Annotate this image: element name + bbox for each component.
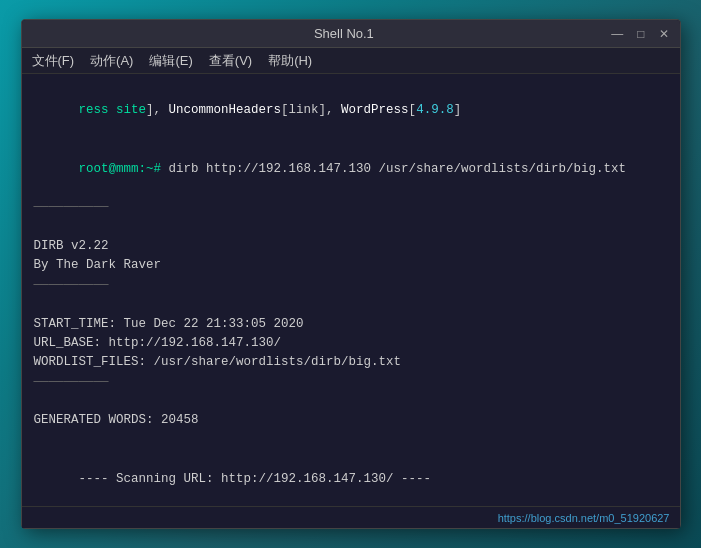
maximize-button[interactable]: □ [634, 27, 647, 41]
line-urlbase: URL_BASE: http://192.168.147.130/ [34, 334, 668, 353]
window-title: Shell No.1 [80, 26, 609, 41]
line-dirb-cmd: root@mmm:~# dirb http://192.168.147.130 … [34, 140, 668, 198]
line-ress: ress site], UncommonHeaders[link], WordP… [34, 82, 668, 140]
line-sep3: —————————— [34, 373, 668, 392]
line-starttime: START_TIME: Tue Dec 22 21:33:05 2020 [34, 315, 668, 334]
menu-view[interactable]: 查看(V) [209, 52, 252, 70]
line-dirb-ver: DIRB v2.22 [34, 237, 668, 256]
line-dirb-author: By The Dark Raver [34, 256, 668, 275]
line-empty4 [34, 431, 668, 450]
close-button[interactable]: ✕ [656, 27, 672, 41]
line-empty3 [34, 392, 668, 411]
line-empty2 [34, 295, 668, 314]
statusbar-link: https://blog.csdn.net/m0_51920627 [498, 512, 670, 524]
titlebar: Shell No.1 — □ ✕ [22, 20, 680, 48]
line-sep2: —————————— [34, 276, 668, 295]
text-ress: ress site [79, 103, 147, 117]
menu-edit[interactable]: 编辑(E) [149, 52, 192, 70]
menu-file[interactable]: 文件(F) [32, 52, 75, 70]
line-wordlist: WORDLIST_FILES: /usr/share/wordlists/dir… [34, 353, 668, 372]
line-genwords: GENERATED WORDS: 20458 [34, 411, 668, 430]
line-sep1: —————————— [34, 198, 668, 217]
line-empty1 [34, 218, 668, 237]
terminal-window: Shell No.1 — □ ✕ 文件(F) 动作(A) 编辑(E) 查看(V)… [21, 19, 681, 529]
menubar: 文件(F) 动作(A) 编辑(E) 查看(V) 帮助(H) [22, 48, 680, 74]
menu-help[interactable]: 帮助(H) [268, 52, 312, 70]
statusbar: https://blog.csdn.net/m0_51920627 [22, 506, 680, 528]
window-controls: — □ ✕ [608, 27, 671, 41]
menu-action[interactable]: 动作(A) [90, 52, 133, 70]
line-scanning: ---- Scanning URL: http://192.168.147.13… [34, 450, 668, 506]
terminal-output: ress site], UncommonHeaders[link], WordP… [22, 74, 680, 506]
minimize-button[interactable]: — [608, 27, 626, 41]
